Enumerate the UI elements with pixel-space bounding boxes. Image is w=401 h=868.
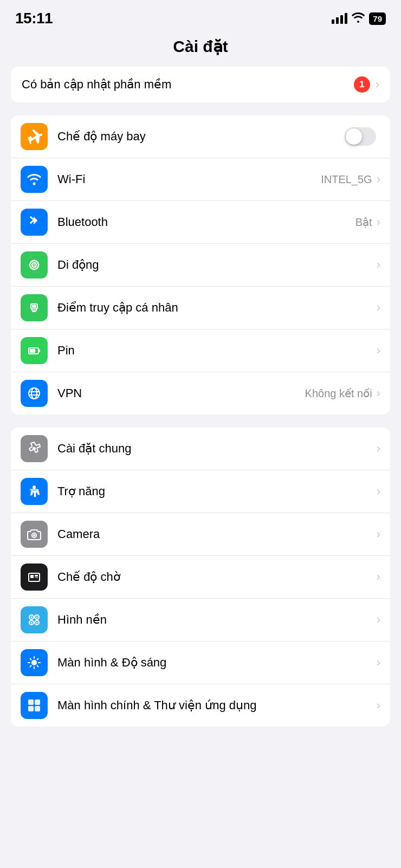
svg-point-30 xyxy=(36,617,38,618)
airplane-mode-label: Chế độ máy bay xyxy=(57,129,345,144)
update-banner-text: Có bản cập nhật phần mềm xyxy=(22,77,171,92)
svg-rect-9 xyxy=(32,305,36,308)
update-badge: 1 xyxy=(354,76,370,93)
display-label: Màn hình & Độ sáng xyxy=(57,656,377,670)
hotspot-chevron: › xyxy=(377,301,380,315)
svg-line-40 xyxy=(30,659,31,660)
svg-point-20 xyxy=(33,485,36,489)
airplane-mode-row[interactable]: Chế độ máy bay › xyxy=(11,115,390,158)
battery-row[interactable]: Pin › xyxy=(11,329,390,372)
svg-line-42 xyxy=(37,659,38,660)
svg-rect-47 xyxy=(35,706,40,711)
camera-label: Camera xyxy=(57,527,377,541)
standby-label: Chế độ chờ xyxy=(57,570,377,584)
battery-row-icon xyxy=(21,337,48,364)
wifi-label: Wi-Fi xyxy=(57,172,321,186)
signal-icon xyxy=(332,13,347,24)
wifi-icon xyxy=(21,166,48,193)
general-icon xyxy=(21,435,48,462)
wifi-status-icon xyxy=(352,12,365,25)
svg-point-3 xyxy=(34,264,35,266)
bluetooth-label: Bluetooth xyxy=(57,215,355,229)
page-title: Cài đặt xyxy=(0,33,401,67)
svg-point-0 xyxy=(33,183,36,185)
vpn-label: VPN xyxy=(57,386,305,400)
svg-point-32 xyxy=(31,622,33,624)
update-chevron: › xyxy=(376,77,379,92)
hotspot-label: Điểm truy cập cá nhân xyxy=(57,301,377,315)
wallpaper-icon xyxy=(21,606,48,633)
homescreen-label: Màn hình chính & Thư viện ứng dụng xyxy=(57,698,377,712)
cellular-row[interactable]: Di động › xyxy=(11,244,390,287)
svg-point-35 xyxy=(31,660,37,665)
accessibility-label: Trợ năng xyxy=(57,484,377,498)
status-icons: 79 xyxy=(332,12,386,25)
display-icon xyxy=(21,649,48,676)
cellular-chevron: › xyxy=(377,258,380,272)
battery-chevron: › xyxy=(377,344,380,358)
system-group: Cài đặt chung › Trợ năng › Camera › xyxy=(11,427,390,727)
bluetooth-row[interactable]: Bluetooth Bật › xyxy=(11,201,390,244)
standby-icon xyxy=(21,563,48,591)
display-row[interactable]: Màn hình & Độ sáng › xyxy=(11,642,390,684)
wifi-value: INTEL_5G xyxy=(321,173,372,186)
wallpaper-chevron: › xyxy=(377,613,380,627)
vpn-value: Không kết nối xyxy=(305,387,372,400)
svg-point-15 xyxy=(29,388,40,399)
homescreen-row[interactable]: Màn hình chính & Thư viện ứng dụng › xyxy=(11,684,390,727)
bluetooth-chevron: › xyxy=(377,215,380,229)
homescreen-icon xyxy=(21,692,48,719)
airplane-mode-icon xyxy=(21,123,48,150)
vpn-row[interactable]: VPN Không kết nối › xyxy=(11,372,390,414)
airplane-mode-toggle[interactable] xyxy=(345,127,376,146)
camera-icon xyxy=(21,521,48,548)
svg-point-34 xyxy=(36,622,38,624)
accessibility-row[interactable]: Trợ năng › xyxy=(11,470,390,513)
vpn-chevron: › xyxy=(377,386,380,400)
wallpaper-label: Hình nền xyxy=(57,613,377,627)
standby-row[interactable]: Chế độ chờ › xyxy=(11,556,390,599)
svg-line-41 xyxy=(37,665,38,666)
hotspot-icon xyxy=(21,294,48,321)
cellular-icon xyxy=(21,251,48,278)
general-label: Cài đặt chung xyxy=(57,442,377,456)
wifi-row[interactable]: Wi-Fi INTEL_5G › xyxy=(11,158,390,201)
svg-rect-45 xyxy=(35,699,40,705)
camera-chevron: › xyxy=(377,527,380,541)
battery-label: Pin xyxy=(57,344,377,358)
connectivity-group: Chế độ máy bay › Wi-Fi INTEL_5G › Blueto… xyxy=(11,115,390,414)
cellular-label: Di động xyxy=(57,258,372,272)
svg-rect-25 xyxy=(35,575,38,576)
wallpaper-row[interactable]: Hình nền › xyxy=(11,599,390,642)
svg-rect-44 xyxy=(28,699,34,705)
svg-rect-13 xyxy=(38,349,40,352)
svg-rect-26 xyxy=(35,577,38,578)
wifi-chevron: › xyxy=(377,172,380,186)
status-bar: 15:11 79 xyxy=(0,0,401,33)
accessibility-icon xyxy=(21,478,48,505)
battery-icon: 79 xyxy=(369,12,386,25)
general-chevron: › xyxy=(377,442,380,456)
svg-point-16 xyxy=(31,388,37,399)
svg-rect-46 xyxy=(28,706,34,711)
general-row[interactable]: Cài đặt chung › xyxy=(11,427,390,470)
bluetooth-icon xyxy=(21,209,48,236)
svg-point-22 xyxy=(33,534,35,536)
svg-line-43 xyxy=(30,665,31,666)
svg-rect-14 xyxy=(30,349,35,353)
svg-rect-24 xyxy=(30,575,34,578)
display-chevron: › xyxy=(377,656,380,670)
svg-point-28 xyxy=(31,617,33,618)
standby-chevron: › xyxy=(377,570,380,584)
vpn-icon xyxy=(21,380,48,407)
accessibility-chevron: › xyxy=(377,484,380,498)
status-time: 15:11 xyxy=(15,10,53,27)
hotspot-row[interactable]: Điểm truy cập cá nhân › xyxy=(11,287,390,329)
homescreen-chevron: › xyxy=(377,698,380,712)
camera-row[interactable]: Camera › xyxy=(11,513,390,556)
bluetooth-value: Bật xyxy=(355,216,372,229)
update-banner[interactable]: Có bản cập nhật phần mềm 1 › xyxy=(11,67,390,102)
